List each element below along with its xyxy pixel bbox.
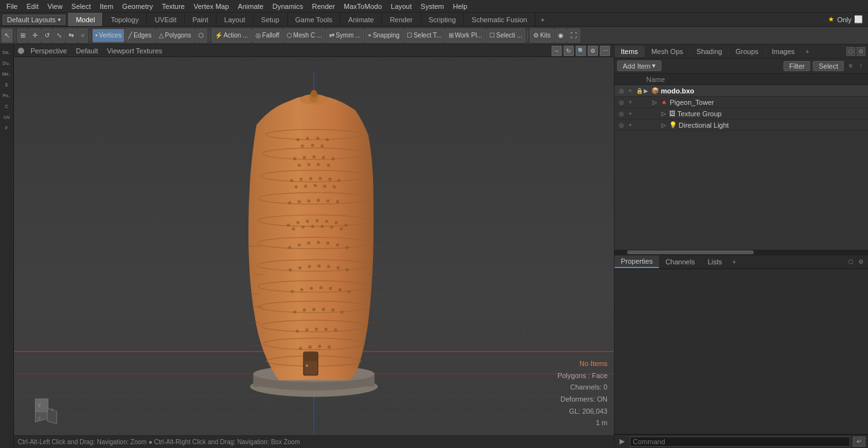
tab-schematic-fusion[interactable]: Schematic Fusion <box>464 13 535 26</box>
filter-button[interactable]: Filter <box>783 61 810 71</box>
viewport-textures[interactable]: Viewport Textures <box>104 46 165 55</box>
menu-texture[interactable]: Texture <box>158 1 189 11</box>
menu-help[interactable]: Help <box>449 1 471 11</box>
viewport-canvas[interactable]: No Items Polygons : Face Channels: 0 Def… <box>14 57 614 448</box>
add-toggle-pigeon-tower[interactable]: + <box>626 98 635 107</box>
tab-images[interactable]: Images <box>766 46 802 57</box>
viewport-zoom-icon[interactable]: 🔍 <box>576 46 586 56</box>
tb-select-t[interactable]: ☐ Select T... <box>403 29 445 43</box>
tab-groups[interactable]: Groups <box>729 46 765 57</box>
tab-layout[interactable]: Layout <box>217 13 254 26</box>
tool-deform[interactable]: De.. <box>2 47 12 57</box>
tab-topology[interactable]: Topology <box>103 13 147 26</box>
tab-scripting[interactable]: Scripting <box>421 13 465 26</box>
select-button[interactable]: Select <box>813 61 844 71</box>
expand-arrow-modo-bxo[interactable]: ▶ <box>644 88 651 94</box>
menu-layout[interactable]: Layout <box>387 1 416 11</box>
expand-arrow-texture-group[interactable]: ▷ <box>661 111 669 117</box>
tb-vr[interactable]: ◉ <box>555 29 567 43</box>
tb-fullscreen[interactable]: ⛶ <box>567 29 580 43</box>
tb-rotate[interactable]: ↺ <box>41 29 53 43</box>
tb-transform[interactable]: ✛ <box>29 29 41 43</box>
tab-paint[interactable]: Paint <box>185 13 217 26</box>
tb-select-mode[interactable]: ↖ <box>1 29 13 43</box>
tb-mesh-c[interactable]: ⬡ Mesh C ... <box>283 29 326 43</box>
tool-f[interactable]: F <box>2 123 12 133</box>
tb-falloff[interactable]: ◎ Falloff <box>252 29 283 43</box>
viewport-more-icon[interactable]: ⋯ <box>600 46 610 56</box>
add-item-button[interactable]: Add Item ▾ <box>617 60 661 71</box>
menu-file[interactable]: File <box>3 1 22 11</box>
scene-row-texture-group[interactable]: ◎ + ▷ 🖼 Texture Group <box>614 108 868 119</box>
add-prop-tab-button[interactable]: + <box>728 256 740 268</box>
scene-scrollbar[interactable] <box>614 250 868 255</box>
tb-kits[interactable]: ⚙ Kits <box>530 29 554 43</box>
menu-view[interactable]: View <box>44 1 67 11</box>
tool-dup[interactable]: Du.. <box>2 58 12 68</box>
panel-settings-icon[interactable]: ⚙ <box>857 47 865 56</box>
add-panel-tab-button[interactable]: + <box>802 46 813 57</box>
tab-properties[interactable]: Properties <box>614 255 659 268</box>
tab-game-tools[interactable]: Game Tools <box>288 13 341 26</box>
menu-geometry[interactable]: Geometry <box>118 1 156 11</box>
viewport-default[interactable]: Default <box>73 46 100 55</box>
tb-vertices[interactable]: • Vertices <box>92 29 125 43</box>
menu-render[interactable]: Render <box>308 1 339 11</box>
tb-circle[interactable]: ○ <box>78 29 88 43</box>
prop-expand-icon[interactable]: ⬡ <box>846 257 855 266</box>
lock-toggle-modo-bxo[interactable]: 🔒 <box>635 86 644 95</box>
eye-toggle-texture-group[interactable]: ◎ <box>617 109 626 118</box>
tb-work-pl[interactable]: ⊞ Work Pl... <box>445 29 485 43</box>
scrollbar-thumb[interactable] <box>627 250 754 254</box>
tab-uvedit[interactable]: UVEdit <box>147 13 184 26</box>
panel-expand-icon[interactable]: ⬡ <box>846 47 855 56</box>
menu-edit[interactable]: Edit <box>23 1 43 11</box>
add-toggle-modo-bxo[interactable]: + <box>626 86 635 95</box>
tool-construct[interactable]: C <box>2 101 12 111</box>
tb-scale[interactable]: ⤡ <box>53 29 65 43</box>
expand-arrow-pigeon-tower[interactable]: ▷ <box>653 99 660 105</box>
tool-poly[interactable]: Po.. <box>2 90 12 100</box>
menu-item[interactable]: Item <box>96 1 117 11</box>
tb-symm[interactable]: ⇄ Symm ... <box>326 29 363 43</box>
tab-shading[interactable]: Shading <box>690 46 729 57</box>
expand-arrow-directional-light[interactable]: ▷ <box>661 122 669 128</box>
menu-dynamics[interactable]: Dynamics <box>269 1 307 11</box>
viewport-move-icon[interactable]: ↔ <box>552 46 562 56</box>
prop-settings-icon[interactable]: ⚙ <box>857 257 865 266</box>
scene-row-modo-bxo[interactable]: ◎ + 🔒 ▶ 📦 modo.bxo <box>614 85 868 97</box>
tb-polygons[interactable]: △ Polygons <box>156 29 194 43</box>
add-toggle-texture-group[interactable]: + <box>626 109 635 118</box>
add-layout-tab-button[interactable]: + <box>536 13 550 26</box>
menu-vertex-map[interactable]: Vertex Map <box>190 1 233 11</box>
eye-toggle-directional-light[interactable]: ◎ <box>617 121 626 130</box>
tb-item-mode[interactable]: ⬡ <box>195 29 207 43</box>
nav-cube[interactable]: Y Z X <box>27 397 58 429</box>
menu-system[interactable]: System <box>417 1 448 11</box>
viewport-rotate-icon[interactable]: ↻ <box>564 46 574 56</box>
tab-model[interactable]: Model <box>68 13 103 26</box>
viewport-settings-icon[interactable]: ⚙ <box>588 46 598 56</box>
tb-snapping[interactable]: ⌖ Snapping <box>365 29 403 43</box>
tb-mirror[interactable]: ⇆ <box>65 29 77 43</box>
maximize-icon[interactable]: ⬜ <box>854 15 863 24</box>
command-enter-button[interactable]: ↵ <box>853 437 865 447</box>
tool-mesh[interactable]: Me.. <box>2 69 12 79</box>
add-toggle-directional-light[interactable]: + <box>626 121 635 130</box>
viewport-dot[interactable] <box>18 48 24 54</box>
eye-toggle-modo-bxo[interactable]: ◎ <box>617 86 626 95</box>
tb-edges[interactable]: ╱ Edges <box>125 29 154 43</box>
tab-mesh-ops[interactable]: Mesh Ops <box>645 46 690 57</box>
panel-up-icon[interactable]: ↑ <box>857 62 865 71</box>
tab-setup[interactable]: Setup <box>254 13 288 26</box>
tb-snap[interactable]: ⊞ <box>17 29 29 43</box>
tb-action[interactable]: ⚡ Action ... <box>212 29 252 43</box>
scene-row-directional-light[interactable]: ◎ + ▷ 💡 Directional Light <box>614 119 868 131</box>
tab-lists[interactable]: Lists <box>702 256 729 268</box>
command-input[interactable] <box>630 437 850 447</box>
menu-select[interactable]: Select <box>67 1 95 11</box>
menu-maxtomode[interactable]: MaxToModo <box>340 1 386 11</box>
tab-animate[interactable]: Animate <box>341 13 382 26</box>
viewport-perspective[interactable]: Perspective <box>28 46 69 55</box>
tab-channels[interactable]: Channels <box>659 256 701 268</box>
